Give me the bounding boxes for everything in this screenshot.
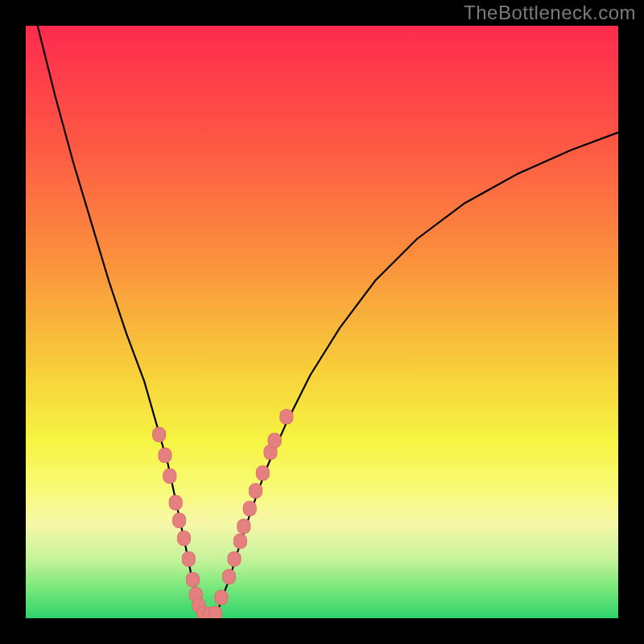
data-marker [159, 448, 171, 463]
data-marker [215, 590, 228, 605]
data-marker [153, 427, 166, 442]
data-marker [222, 569, 235, 584]
data-marker [169, 495, 182, 510]
data-marker [243, 502, 256, 516]
data-marker [233, 534, 246, 548]
data-marker [228, 551, 241, 566]
data-marker [187, 572, 200, 587]
data-marker [280, 410, 293, 424]
watermark-text: TheBottleneck.com [464, 2, 636, 24]
data-marker [182, 551, 195, 566]
data-marker [173, 514, 186, 528]
data-marker [256, 466, 269, 481]
data-marker [163, 469, 176, 483]
data-marker [268, 433, 281, 448]
plot-area [26, 26, 618, 618]
gradient-background [26, 26, 618, 618]
data-marker [178, 531, 191, 546]
data-marker [250, 484, 262, 498]
chart-frame: TheBottleneck.com [0, 0, 644, 644]
chart-svg [26, 26, 618, 618]
data-marker [209, 606, 222, 618]
data-marker [237, 519, 250, 534]
